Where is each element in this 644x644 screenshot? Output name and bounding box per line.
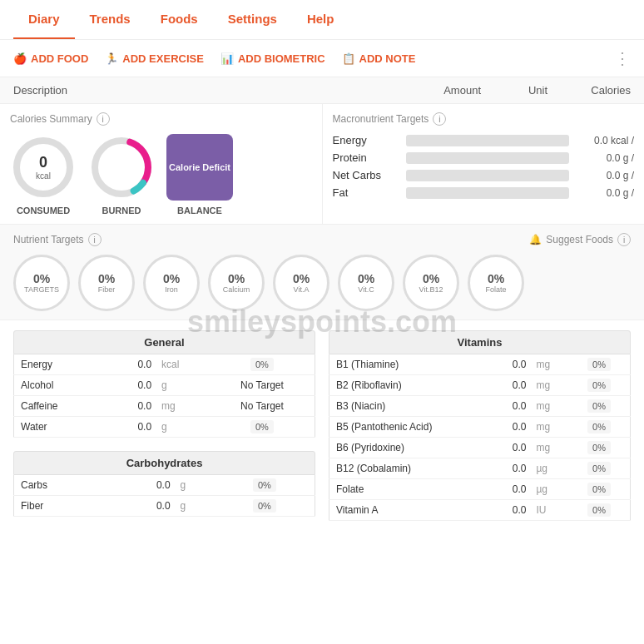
circle-folate-ring: 0% Folate bbox=[468, 255, 524, 311]
macro-fat-bar bbox=[406, 187, 570, 199]
b5-name: B5 (Pantothenic Acid) bbox=[329, 417, 493, 438]
water-value: 0.0 bbox=[108, 417, 159, 438]
more-menu-button[interactable]: ⋮ bbox=[614, 48, 631, 68]
circle-calcium-ring: 0% Calcium bbox=[208, 255, 265, 311]
circle-calcium: 0% Calcium bbox=[208, 255, 265, 311]
add-biometric-button[interactable]: 📊 ADD BIOMETRIC bbox=[220, 52, 325, 65]
macro-protein-row: Protein 0.0 g / bbox=[333, 151, 635, 164]
consumed-label: CONSUMED bbox=[17, 206, 70, 215]
energy-unit: kcal bbox=[158, 354, 210, 375]
calories-summary-info-icon[interactable]: i bbox=[97, 112, 110, 126]
nutrient-info-icon[interactable]: i bbox=[88, 233, 102, 246]
table-row: B3 (Niacin) 0.0 mg 0% bbox=[329, 396, 631, 417]
macro-energy-bar bbox=[406, 135, 570, 146]
macro-fat-val: 0.0 g / bbox=[576, 187, 634, 199]
b6-pct: 0% bbox=[568, 438, 630, 458]
table-row: B1 (Thiamine) 0.0 mg 0% bbox=[329, 354, 631, 375]
burned-chart: BURNED bbox=[88, 134, 155, 215]
table-row: Fiber 0.0 g 0% bbox=[14, 496, 315, 517]
add-food-button[interactable]: 🍎 ADD FOOD bbox=[13, 52, 88, 65]
macro-netcarbs-row: Net Carbs 0.0 g / bbox=[333, 169, 635, 181]
exercise-icon: 🏃 bbox=[105, 52, 118, 65]
suggest-label: Suggest Foods bbox=[546, 234, 613, 245]
nav-settings[interactable]: Settings bbox=[213, 0, 292, 39]
balance-box: Calorie Deficit bbox=[166, 134, 233, 201]
b12-pct: 0% bbox=[568, 458, 630, 479]
nav-bar: Diary Trends Foods Settings Help bbox=[0, 0, 644, 40]
nav-help[interactable]: Help bbox=[292, 0, 349, 39]
circle-fiber: 0% Fiber bbox=[78, 255, 135, 311]
vita-value: 0.0 bbox=[493, 500, 533, 521]
macro-rows: Energy 0.0 kcal / Protein 0.0 g / Net Ca… bbox=[333, 134, 635, 199]
table-row: Alcohol 0.0 g No Target bbox=[14, 375, 315, 396]
suggest-info-icon[interactable]: i bbox=[617, 233, 631, 246]
circle-vitc: 0% Vit.C bbox=[338, 255, 394, 311]
macro-info-icon[interactable]: i bbox=[433, 112, 446, 126]
consumed-value: 0 bbox=[36, 154, 51, 171]
folate-pct: 0% bbox=[568, 479, 630, 500]
b1-unit: mg bbox=[533, 354, 568, 375]
add-note-button[interactable]: 📋 ADD NOTE bbox=[342, 52, 416, 65]
table-row: B6 (Pyridoxine) 0.0 mg 0% bbox=[329, 438, 631, 458]
b2-value: 0.0 bbox=[493, 375, 533, 396]
folate-name: Folate bbox=[329, 479, 493, 500]
macronutrient-section: Macronutrient Targets i Energy 0.0 kcal … bbox=[322, 104, 645, 224]
burned-donut bbox=[88, 134, 155, 201]
b1-name: B1 (Thiamine) bbox=[329, 354, 493, 375]
circle-vitb12-ring: 0% Vit.B12 bbox=[403, 255, 459, 311]
vita-name: Vitamin A bbox=[329, 500, 493, 521]
water-unit: g bbox=[158, 417, 210, 438]
b1-value: 0.0 bbox=[493, 354, 533, 375]
caffeine-unit: mg bbox=[158, 396, 210, 417]
macro-title: Macronutrient Targets bbox=[333, 113, 429, 125]
nav-foods[interactable]: Foods bbox=[146, 0, 213, 39]
macro-energy-name: Energy bbox=[333, 134, 399, 146]
macro-protein-name: Protein bbox=[333, 151, 399, 164]
macro-fat-row: Fat 0.0 g / bbox=[333, 186, 635, 199]
general-table: Energy 0.0 kcal 0% Alcohol 0.0 g No Targ… bbox=[13, 354, 315, 438]
b2-name: B2 (Riboflavin) bbox=[329, 375, 493, 396]
macro-netcarbs-bar bbox=[406, 170, 570, 181]
vitamins-title: Vitamins bbox=[329, 330, 631, 354]
b3-value: 0.0 bbox=[493, 396, 533, 417]
add-exercise-button[interactable]: 🏃 ADD EXERCISE bbox=[105, 52, 204, 65]
b6-unit: mg bbox=[533, 438, 568, 458]
alcohol-unit: g bbox=[158, 375, 210, 396]
b12-value: 0.0 bbox=[493, 458, 533, 479]
vita-pct: 0% bbox=[568, 500, 630, 521]
note-icon: 📋 bbox=[342, 52, 355, 65]
macro-protein-bar bbox=[406, 152, 570, 164]
b1-pct: 0% bbox=[568, 354, 630, 375]
table-row: Folate 0.0 µg 0% bbox=[329, 479, 631, 500]
b3-unit: mg bbox=[533, 396, 568, 417]
table-row: Energy 0.0 kcal 0% bbox=[14, 354, 315, 375]
circle-fiber-ring: 0% Fiber bbox=[78, 255, 135, 311]
tables-row: General Energy 0.0 kcal 0% Alcohol 0.0 g… bbox=[0, 320, 644, 531]
biometric-icon: 📊 bbox=[220, 52, 234, 65]
water-name: Water bbox=[14, 417, 108, 438]
alcohol-value: 0.0 bbox=[108, 375, 159, 396]
table-row: Water 0.0 g 0% bbox=[14, 417, 315, 438]
calories-summary-title: Calories Summary bbox=[10, 113, 92, 125]
carbs-unit: g bbox=[177, 475, 215, 496]
carbs-value: 0.0 bbox=[111, 475, 177, 496]
right-tables: Vitamins B1 (Thiamine) 0.0 mg 0% B2 (Rib… bbox=[329, 330, 631, 521]
circle-targets-ring: 0% TARGETS bbox=[13, 255, 70, 311]
suggest-icon: 🔔 bbox=[529, 234, 542, 245]
circle-vitb12: 0% Vit.B12 bbox=[403, 255, 459, 311]
b5-value: 0.0 bbox=[493, 417, 533, 438]
nav-diary[interactable]: Diary bbox=[13, 0, 75, 39]
circle-vita-ring: 0% Vit.A bbox=[273, 255, 329, 311]
fiber-value: 0.0 bbox=[111, 496, 177, 517]
circle-iron: 0% Iron bbox=[143, 255, 200, 311]
b6-name: B6 (Pyridoxine) bbox=[329, 438, 493, 458]
water-pct: 0% bbox=[210, 417, 315, 438]
carbs-name: Carbs bbox=[14, 475, 111, 496]
col-amount: Amount bbox=[406, 84, 481, 97]
nutrient-targets-title: Nutrient Targets bbox=[13, 234, 84, 245]
caffeine-name: Caffeine bbox=[14, 396, 108, 417]
suggest-foods-button[interactable]: 🔔 Suggest Foods i bbox=[529, 233, 631, 246]
caffeine-value: 0.0 bbox=[108, 396, 159, 417]
energy-pct: 0% bbox=[210, 354, 315, 375]
nav-trends[interactable]: Trends bbox=[75, 0, 146, 39]
